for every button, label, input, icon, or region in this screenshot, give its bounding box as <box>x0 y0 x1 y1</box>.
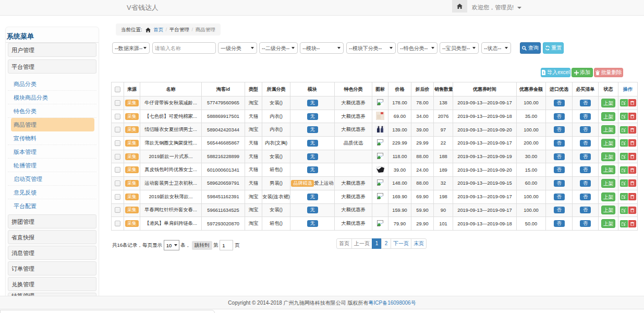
module-cell: 无 <box>290 203 335 217</box>
edit-icon <box>622 222 626 226</box>
sidebar-menu-2[interactable]: 拼团管理 <box>8 214 96 228</box>
pager-下一页[interactable]: 下一页 <box>391 238 411 249</box>
status-button[interactable]: 上架 <box>601 152 615 161</box>
delete-button[interactable] <box>628 153 636 160</box>
sidebar-link-意见反馈[interactable]: 意见反馈 <box>8 186 96 199</box>
delete-button[interactable] <box>628 193 636 200</box>
row-checkbox[interactable] <box>115 180 120 186</box>
import-excel-button[interactable]: 导入excel <box>541 68 570 77</box>
status-select[interactable]: --状态-- <box>481 42 511 54</box>
status-button[interactable]: 上架 <box>601 219 615 228</box>
row-checkbox[interactable] <box>115 154 120 160</box>
edit-button[interactable] <box>620 220 628 227</box>
status-button[interactable]: 上架 <box>601 125 615 134</box>
row-checkbox[interactable] <box>115 140 120 146</box>
status-button[interactable]: 上架 <box>601 192 615 201</box>
edit-button[interactable] <box>620 179 628 187</box>
user-dropdown[interactable]: 欢迎您，管理员! <box>472 0 521 15</box>
table-row: 采集2019新款女秋薄款...598451162391淘宝女装(连衣裙)无大额优… <box>112 190 638 203</box>
delete-button[interactable] <box>628 126 636 134</box>
table-row: 采集情侣睡衣女夏丝绸男士...589042420344淘宝内衣()无大额优惠券1… <box>112 123 638 137</box>
edit-button[interactable] <box>620 126 628 134</box>
edit-button[interactable] <box>620 193 628 200</box>
sidebar-link-启动页管理[interactable]: 启动页管理 <box>8 172 96 186</box>
status-button[interactable]: 上架 <box>601 139 615 148</box>
edit-button[interactable] <box>620 153 628 160</box>
jump-page-input[interactable] <box>220 240 233 250</box>
sidebar-link-商品管理[interactable]: 商品管理 <box>11 118 94 131</box>
home-nav-button[interactable] <box>452 0 467 13</box>
row-checkbox[interactable] <box>115 114 120 119</box>
delete-button[interactable] <box>628 207 636 214</box>
pager-末页[interactable]: 末页 <box>411 238 427 249</box>
delete-button[interactable] <box>628 113 636 120</box>
sidebar-link-平台配置[interactable]: 平台配置 <box>8 199 96 213</box>
jump-button[interactable]: 跳转到 <box>192 241 212 250</box>
coupon-amount-cell: 100.00 <box>517 203 546 217</box>
edit-button[interactable] <box>620 166 628 174</box>
status-cell: 上架 <box>599 150 618 163</box>
sidebar-link-宣传物料[interactable]: 宣传物料 <box>8 131 96 145</box>
sidebar-menu-3[interactable]: 省直快报 <box>8 230 96 244</box>
data-source-select[interactable]: --数据来源-- <box>112 42 150 54</box>
pager-1[interactable]: 1 <box>372 238 382 249</box>
select-all-checkbox[interactable] <box>115 87 120 92</box>
edit-button[interactable] <box>620 139 628 147</box>
sidebar-menu-0[interactable]: 用户管理 <box>8 43 96 57</box>
status-button[interactable]: 上架 <box>601 99 615 107</box>
discount-price-cell: 24.00 <box>411 163 434 177</box>
row-checkbox[interactable] <box>115 167 120 173</box>
batch-delete-button[interactable]: 批量删除 <box>594 68 623 77</box>
row-checkbox[interactable] <box>115 194 120 200</box>
sidebar-link-特色分类[interactable]: 特色分类 <box>8 104 96 118</box>
taoke-id-cell: 589042420344 <box>202 123 245 137</box>
delete-button[interactable] <box>628 220 636 227</box>
sidebar-menu-6[interactable]: 兑换管理 <box>8 277 96 291</box>
sidebar-menu-5[interactable]: 订单管理 <box>8 261 96 275</box>
status-button[interactable]: 上架 <box>601 112 615 121</box>
delete-button[interactable] <box>628 166 636 174</box>
must-buy-cell: 否 <box>573 217 599 231</box>
pager-首页[interactable]: 首页 <box>336 238 352 249</box>
delete-button[interactable] <box>628 179 636 187</box>
operation-cell <box>618 110 638 123</box>
delete-button[interactable] <box>628 139 636 147</box>
status-button[interactable]: 上架 <box>601 206 615 214</box>
edit-button[interactable] <box>620 207 628 214</box>
row-checkbox[interactable] <box>115 100 120 106</box>
sidebar-menu-4[interactable]: 消息管理 <box>8 246 96 260</box>
module-badge: 无 <box>307 126 318 133</box>
module-sub-select[interactable]: --模块下分类-- <box>346 42 396 54</box>
row-checkbox[interactable] <box>115 221 120 226</box>
status-button[interactable]: 上架 <box>601 165 615 174</box>
sidebar-link-版本管理[interactable]: 版本管理 <box>8 145 96 159</box>
delete-button[interactable] <box>628 99 636 106</box>
search-button[interactable]: 查询 <box>520 42 541 54</box>
pager-2[interactable]: 2 <box>381 238 391 249</box>
type-cell: 天猫 <box>245 177 262 190</box>
pager-上一页[interactable]: 上一页 <box>351 238 372 249</box>
item-type-select[interactable]: --宝贝类型-- <box>440 42 479 54</box>
page-size-select[interactable]: 10 <box>164 240 179 250</box>
icp-link[interactable]: 粤ICP备16098006号 <box>368 300 416 306</box>
sidebar-link-模块商品分类[interactable]: 模块商品分类 <box>8 91 96 104</box>
row-checkbox[interactable] <box>115 207 120 213</box>
sidebar-menu-1[interactable]: 平台管理 <box>8 59 96 74</box>
row-checkbox[interactable] <box>115 127 120 133</box>
add-button[interactable]: 添加 <box>572 68 593 77</box>
feature-category-select[interactable]: --特色分类-- <box>397 42 438 54</box>
edit-button[interactable] <box>620 113 628 120</box>
module-select[interactable]: --模块-- <box>300 42 344 54</box>
edit-button[interactable] <box>620 99 628 106</box>
category2-select[interactable]: --二级分类-- <box>259 42 298 54</box>
reset-button[interactable]: 重置 <box>543 42 564 54</box>
sidebar-link-轮播管理[interactable]: 轮播管理 <box>8 159 96 172</box>
name-search-input[interactable] <box>152 42 216 54</box>
sidebar-link-商品分类[interactable]: 商品分类 <box>8 77 96 91</box>
footer: Copyright © 2014-2018 广州九驰网络科技有限公司 版权所有粤… <box>0 296 644 309</box>
breadcrumb-home-link[interactable]: 首页 <box>153 27 163 32</box>
coupon-time-cell: 2019-09-13—2019-09-19 <box>453 150 517 163</box>
status-cell: 上架 <box>599 123 618 137</box>
status-button[interactable]: 上架 <box>601 179 615 188</box>
category1-select[interactable]: 一级分类 <box>218 42 257 54</box>
